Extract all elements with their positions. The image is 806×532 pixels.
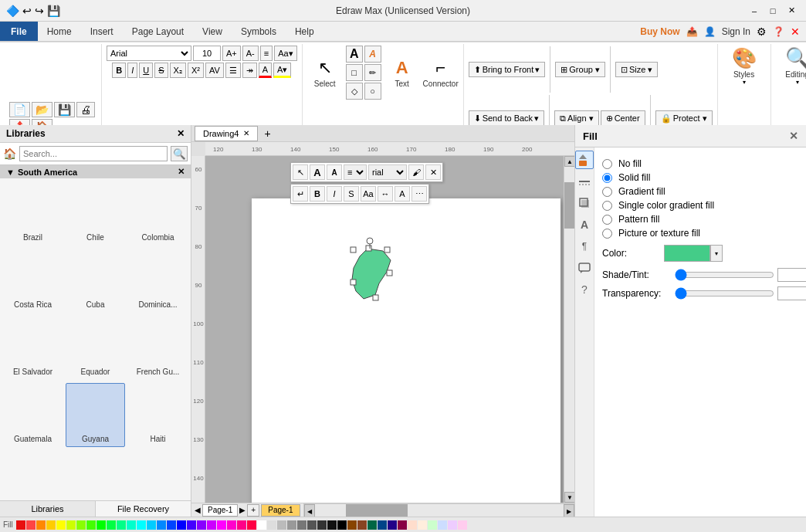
send-to-back-button[interactable]: ⬇ Send to Back ▾	[469, 110, 544, 126]
help-icon[interactable]: ?	[575, 280, 594, 299]
color-cell[interactable]	[257, 520, 266, 530]
shadow-icon[interactable]	[575, 194, 594, 212]
color-cell[interactable]	[117, 520, 126, 530]
menu-symbols[interactable]: Symbols	[232, 22, 286, 41]
color-cell[interactable]	[378, 520, 387, 530]
tt2-format1-btn[interactable]: Aa	[361, 186, 376, 202]
connector-tool-button[interactable]: ⌐ Connector	[423, 46, 459, 99]
canvas-tab-add-button[interactable]: +	[259, 126, 275, 141]
bold-button[interactable]: B	[112, 63, 126, 78]
shape-pen-btn[interactable]: ✏	[364, 64, 381, 81]
no-fill-radio[interactable]	[602, 159, 612, 169]
file-recovery-tab[interactable]: File Recovery	[96, 501, 191, 517]
share-icon[interactable]: 📤	[686, 26, 698, 37]
color-cell[interactable]	[177, 520, 186, 530]
color-cell[interactable]	[127, 520, 136, 530]
size-button[interactable]: ⊡ Size ▾	[615, 62, 658, 77]
scroll-v-thumb[interactable]	[564, 182, 574, 229]
color-cell[interactable]	[66, 520, 76, 530]
underline-button[interactable]: U	[139, 63, 153, 78]
tt2-spacing-btn[interactable]: ↔	[378, 186, 393, 202]
scroll-up-button[interactable]: ▲	[564, 156, 574, 167]
increase-font-button[interactable]: A+	[222, 46, 241, 61]
save-icon[interactable]: 💾	[47, 5, 60, 17]
color-cell[interactable]	[227, 520, 236, 530]
help-icon[interactable]: ❓	[773, 26, 784, 37]
paragraph-button[interactable]: ≡	[260, 46, 273, 61]
format-button[interactable]: Aa▾	[274, 46, 296, 61]
tt-close-btn[interactable]: ✕	[425, 164, 441, 180]
vertical-scrollbar[interactable]: ▲ ▼	[564, 156, 574, 503]
single-color-radio[interactable]	[602, 201, 612, 211]
color-dropdown-button[interactable]: ▾	[710, 245, 723, 262]
italic-button[interactable]: I	[127, 63, 137, 78]
color-swatch[interactable]	[664, 245, 710, 262]
color-cell[interactable]	[16, 520, 25, 530]
library-search-input[interactable]	[19, 146, 168, 161]
library-item-colombia[interactable]: Colombia	[128, 181, 188, 246]
tt-align-select[interactable]: ≡	[344, 164, 367, 180]
styles-button[interactable]: 🎨 Styles ▾	[724, 46, 764, 86]
color-cell[interactable]	[147, 520, 156, 530]
color-cell[interactable]	[86, 520, 96, 530]
menu-page-layout[interactable]: Page Layout	[123, 22, 193, 41]
library-item-mexico[interactable]: Mexico	[128, 450, 188, 500]
shape-circle-btn[interactable]: ○	[364, 83, 381, 100]
color-cell[interactable]	[247, 520, 256, 530]
library-item-costarica[interactable]: Costa Rica	[3, 249, 63, 313]
fill-panel-close-icon[interactable]: ✕	[789, 130, 798, 142]
color-cell[interactable]	[347, 520, 357, 530]
color-cell[interactable]	[398, 520, 407, 530]
gradient-fill-radio[interactable]	[602, 187, 612, 197]
pattern-fill-radio[interactable]	[602, 215, 612, 225]
color-cell[interactable]	[327, 520, 337, 530]
library-item-equador[interactable]: Equador	[66, 316, 125, 380]
section-close-icon[interactable]: ✕	[178, 167, 185, 177]
library-item-chile[interactable]: Chile	[66, 181, 125, 246]
color-cell[interactable]	[187, 520, 196, 530]
library-item-guatemala[interactable]: Guatemala	[3, 383, 63, 447]
undo-icon[interactable]: ↩	[22, 5, 32, 17]
tt2-color-btn[interactable]: A	[395, 186, 410, 202]
tt2-shadow-btn[interactable]: S	[344, 186, 359, 202]
section-expand-icon[interactable]: ▼	[6, 168, 15, 177]
color-cell[interactable]	[97, 520, 106, 530]
transparency-value-input[interactable]: 0 %	[777, 286, 806, 300]
tt2-arrow-btn[interactable]: ↵	[293, 186, 308, 202]
decrease-font-button[interactable]: A-	[242, 46, 259, 61]
menu-home[interactable]: Home	[38, 22, 81, 41]
tt-increase-font[interactable]: A	[310, 164, 325, 180]
canvas-tab-drawing4[interactable]: Drawing4 ✕	[195, 126, 258, 141]
buy-now-link[interactable]: Buy Now	[640, 26, 679, 37]
next-page-button[interactable]: ▶	[239, 506, 246, 514]
color-cell[interactable]	[287, 520, 296, 530]
text-format-btn2[interactable]: A	[364, 46, 381, 63]
library-search-button[interactable]: 🔍	[171, 146, 188, 161]
library-item-jamaica[interactable]: Jamaica	[66, 450, 125, 500]
color-cell[interactable]	[197, 520, 206, 530]
color-cell[interactable]	[207, 520, 216, 530]
tt-paint-btn[interactable]: 🖌	[408, 164, 424, 180]
scroll-h-track[interactable]	[315, 504, 564, 517]
protect-button[interactable]: 🔒 Protect ▾	[655, 110, 713, 126]
color-cell[interactable]	[307, 520, 317, 530]
font-color-button[interactable]: A	[259, 63, 272, 78]
settings-icon[interactable]: ⚙	[757, 25, 767, 38]
color-cell[interactable]	[107, 520, 116, 530]
minimize-button[interactable]: –	[746, 4, 763, 18]
save-file-button[interactable]: 💾	[54, 102, 75, 117]
close-button[interactable]: ✕	[783, 4, 800, 18]
color-cell[interactable]	[267, 520, 276, 530]
close-app-icon[interactable]: ✕	[791, 25, 800, 38]
library-item-brazil[interactable]: Brazil	[3, 181, 63, 246]
transparency-slider[interactable]	[675, 288, 774, 299]
font-icon[interactable]: A	[575, 215, 594, 234]
solid-fill-radio[interactable]	[602, 173, 612, 183]
open-file-button[interactable]: 📂	[32, 102, 52, 117]
shade-value-input[interactable]: 0 %	[777, 268, 806, 282]
color-cell[interactable]	[157, 520, 166, 530]
libraries-close-icon[interactable]: ✕	[177, 128, 185, 139]
color-cell[interactable]	[367, 520, 377, 530]
select-tool-button[interactable]: ↖ Select	[307, 46, 343, 99]
library-item-elsalvador[interactable]: El Salvador	[3, 316, 63, 380]
